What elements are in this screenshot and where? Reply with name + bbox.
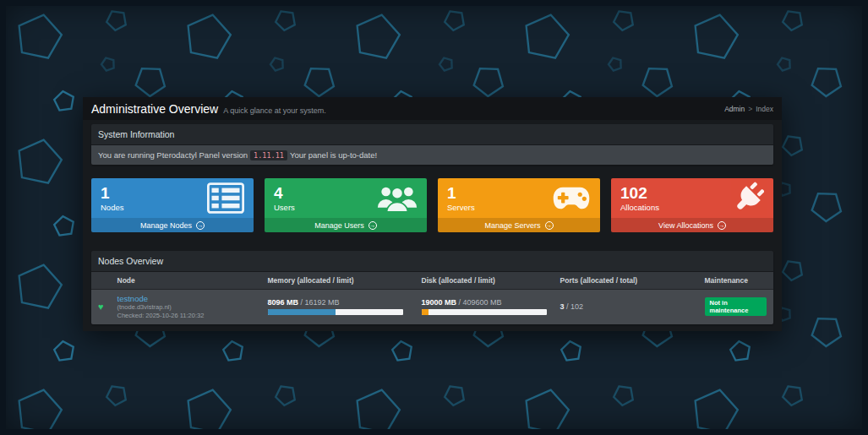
- nodes-label: Nodes: [101, 203, 123, 212]
- node-memory-cell: 8096 MB / 16192 MB: [261, 290, 415, 324]
- memory-progress-bar: [268, 309, 403, 315]
- disk-progress-fill: [422, 309, 429, 315]
- page-header: Administrative Overview A quick glance a…: [83, 97, 782, 120]
- manage-nodes-label: Manage Nodes: [140, 221, 192, 230]
- manage-servers-link[interactable]: Manage Servers →: [438, 218, 600, 232]
- stat-card-nodes-body: 1 Nodes: [91, 178, 254, 218]
- stat-card-allocations-body: 102 Allocations: [611, 178, 773, 218]
- version-message-prefix: You are running Pterodactyl Panel versio…: [98, 150, 248, 160]
- node-row: ♥ testnode (tnode.d3vistrap.nl) Checked:…: [91, 290, 773, 324]
- users-label: Users: [274, 203, 295, 212]
- manage-servers-label: Manage Servers: [484, 221, 540, 230]
- node-checked-time: Checked: 2025-10-26 11:20:32: [117, 312, 254, 320]
- column-header-disk: Disk (allocated / limit): [415, 272, 554, 290]
- manage-users-link[interactable]: Manage Users →: [265, 218, 427, 232]
- nodes-overview-title: Nodes Overview: [98, 256, 163, 266]
- heart-icon: ♥: [98, 302, 104, 312]
- breadcrumb: Admin > Index: [724, 105, 773, 113]
- breadcrumb-separator: >: [748, 105, 752, 113]
- servers-count: 1: [447, 184, 475, 203]
- node-health-cell: ♥: [91, 290, 111, 324]
- gamepad-icon: [552, 186, 591, 210]
- stat-card-nodes: 1 Nodes: [91, 178, 254, 232]
- plug-icon: [732, 182, 764, 215]
- node-ports-cell: 3 / 102: [554, 290, 698, 324]
- memory-allocated: 8096 MB: [268, 298, 299, 307]
- nodes-table-header-row: Node Memory (allocated / limit) Disk (al…: [91, 272, 773, 290]
- ports-allocated: 3: [560, 302, 565, 311]
- disk-progress-bar: [422, 309, 547, 315]
- page-title-group: Administrative Overview A quick glance a…: [91, 102, 326, 116]
- node-disk-cell: 19000 MB / 409600 MB: [415, 290, 554, 324]
- column-header-ports: Ports (allocated / total): [554, 272, 698, 290]
- manage-users-label: Manage Users: [314, 221, 364, 230]
- node-maintenance-cell: Not in maintenance: [698, 290, 773, 324]
- view-allocations-label: View Allocations: [658, 221, 713, 230]
- arrow-circle-icon: →: [368, 221, 377, 230]
- node-name-link[interactable]: testnode: [117, 294, 148, 303]
- maintenance-badge: Not in maintenance: [705, 297, 767, 316]
- stat-cards-row: 1 Nodes: [91, 178, 773, 232]
- page-title: Administrative Overview: [91, 102, 218, 116]
- nodes-table: Node Memory (allocated / limit) Disk (al…: [91, 272, 773, 324]
- system-information-header: System Information: [91, 124, 773, 145]
- nodes-overview-header: Nodes Overview: [91, 251, 773, 272]
- arrow-circle-icon: →: [718, 221, 726, 230]
- ports-total: / 102: [566, 302, 583, 311]
- stat-card-allocations: 102 Allocations: [611, 178, 773, 232]
- breadcrumb-current-page: Index: [756, 105, 773, 113]
- users-icon: [377, 183, 418, 214]
- arrow-circle-icon: →: [545, 221, 554, 230]
- memory-progress-fill: [268, 309, 336, 315]
- list-icon: [207, 182, 244, 214]
- stat-card-servers: 1 Servers: [438, 178, 600, 232]
- stat-card-servers-body: 1 Servers: [438, 178, 600, 218]
- page-subtitle: A quick glance at your system.: [223, 106, 326, 115]
- column-header-maintenance: Maintenance: [698, 272, 773, 290]
- allocations-count: 102: [620, 184, 659, 203]
- nodes-overview-box: Nodes Overview Node Memory (allocated / …: [91, 251, 773, 324]
- panel-content: System Information You are running Ptero…: [83, 120, 782, 331]
- version-message-suffix: Your panel is up-to-date!: [290, 150, 377, 160]
- health-column-header: [91, 272, 111, 290]
- arrow-circle-icon: →: [196, 221, 205, 230]
- system-information-box: System Information You are running Ptero…: [91, 124, 773, 165]
- column-header-memory: Memory (allocated / limit): [261, 272, 415, 290]
- disk-limit: / 409600 MB: [459, 298, 502, 307]
- admin-panel: Administrative Overview A quick glance a…: [83, 97, 782, 331]
- system-information-body: You are running Pterodactyl Panel versio…: [91, 145, 773, 165]
- allocations-label: Allocations: [620, 203, 659, 212]
- manage-nodes-link[interactable]: Manage Nodes →: [91, 218, 254, 232]
- stat-card-users: 4 Users: [265, 178, 427, 232]
- users-count: 4: [274, 184, 295, 203]
- disk-allocated: 19000 MB: [422, 298, 457, 307]
- breadcrumb-admin-link[interactable]: Admin: [724, 105, 745, 113]
- column-header-node: Node: [111, 272, 261, 290]
- node-fqdn: (tnode.d3vistrap.nl): [117, 303, 254, 312]
- memory-limit: / 16192 MB: [301, 298, 340, 307]
- servers-label: Servers: [447, 203, 475, 212]
- stat-card-users-body: 4 Users: [265, 178, 427, 218]
- nodes-count: 1: [101, 184, 123, 203]
- system-information-title: System Information: [98, 129, 174, 139]
- version-chip: 1.11.11: [250, 150, 287, 160]
- node-name-cell: testnode (tnode.d3vistrap.nl) Checked: 2…: [111, 290, 261, 324]
- view-allocations-link[interactable]: View Allocations →: [611, 218, 773, 232]
- screen: Administrative Overview A quick glance a…: [0, 0, 868, 435]
